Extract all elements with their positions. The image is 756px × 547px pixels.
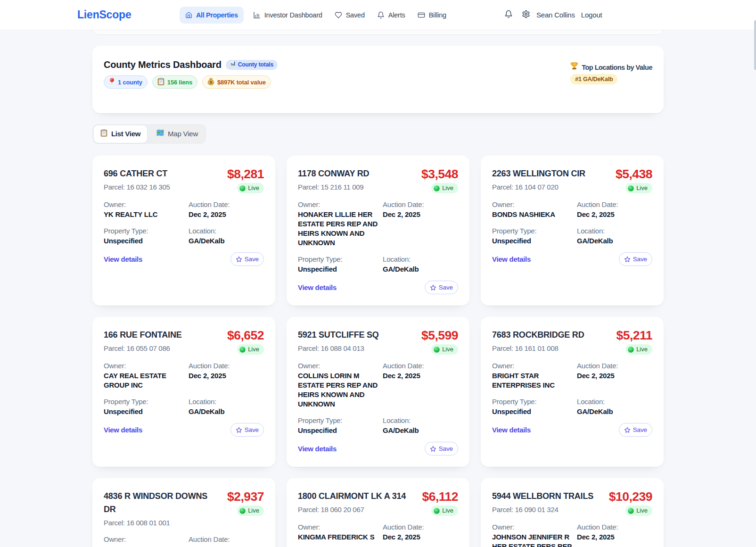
property-parcel: Parcel: 18 060 20 067 <box>298 505 418 515</box>
clipboard-emoji-icon <box>157 78 164 87</box>
property-type-label: Property Type: <box>298 254 383 264</box>
clipboard-emoji-icon <box>100 129 107 139</box>
property-parcel: Parcel: 15 216 11 009 <box>298 182 418 192</box>
property-price: $5,599 <box>421 328 458 342</box>
owner-value: BONDS NASHIEKA <box>492 210 577 219</box>
settings-gear-icon[interactable] <box>522 10 530 20</box>
heart-icon <box>335 11 342 19</box>
property-parcel: Parcel: 16 008 01 001 <box>104 518 223 528</box>
location-label: Location: <box>189 397 264 406</box>
money-bag-emoji-icon: $ <box>207 78 214 87</box>
auction-date-value: Dec 2, 2025 <box>383 210 458 219</box>
save-button[interactable]: Save <box>425 442 458 456</box>
property-address: 1800 CLAIRMONT LK A 314 <box>298 489 411 503</box>
owner-label: Owner: <box>298 522 383 532</box>
property-price: $8,281 <box>227 167 264 181</box>
owner-value: JOHNSON JENNIFER R HER ESTATE PERS REP <box>492 532 577 547</box>
status-label: Live <box>248 506 259 515</box>
property-address: 5944 WELLBORN TRAILS <box>492 489 605 503</box>
view-details-link[interactable]: View details <box>298 444 337 454</box>
auction-date-value: Dec 2, 2025 <box>189 545 264 547</box>
owner-label: Owner: <box>104 361 189 371</box>
user-name: Sean Collins <box>536 11 575 19</box>
status-badge: Live <box>431 344 458 355</box>
property-type-label: Property Type: <box>104 226 189 236</box>
save-label: Save <box>245 255 259 264</box>
star-icon <box>624 256 631 263</box>
property-type-label: Property Type: <box>298 415 383 425</box>
property-parcel: Parcel: 16 088 04 013 <box>298 343 418 354</box>
save-button[interactable]: Save <box>230 252 264 266</box>
property-address: 4836 R WINDSOR DOWNS DR <box>104 489 217 516</box>
save-label: Save <box>245 425 259 434</box>
green-dot-icon <box>628 347 634 353</box>
nav-item-label: Alerts <box>388 11 405 19</box>
save-button[interactable]: Save <box>619 252 652 266</box>
status-badge: Live <box>431 506 458 516</box>
property-card: 1800 CLAIRMONT LK A 314 Parcel: 18 060 2… <box>287 478 469 547</box>
auction-date-label: Auction Date: <box>383 361 458 371</box>
svg-text:$: $ <box>210 80 212 84</box>
auction-date-value: Dec 2, 2025 <box>577 371 652 381</box>
nav-item-investor-dashboard[interactable]: Investor Dashboard <box>253 11 322 19</box>
auction-date-label: Auction Date: <box>189 199 264 209</box>
auction-date-value: Dec 2, 2025 <box>577 210 652 219</box>
nav-item-saved[interactable]: Saved <box>335 11 365 19</box>
green-dot-icon <box>628 185 634 191</box>
status-label: Live <box>442 184 453 192</box>
owner-label: Owner: <box>298 199 383 209</box>
star-icon <box>236 427 242 433</box>
owner-label: Owner: <box>104 534 189 544</box>
save-button[interactable]: Save <box>425 281 458 294</box>
logout-button[interactable]: Logout <box>581 11 602 19</box>
status-badge: Live <box>237 183 264 193</box>
credit-card-icon <box>418 11 425 19</box>
brand-logo[interactable]: LienScope <box>77 8 131 21</box>
property-price: $3,548 <box>421 167 458 181</box>
owner-value: BREEDLOVE ROBERT A <box>104 545 189 547</box>
scrollbar-thumb[interactable] <box>754 20 756 70</box>
stat-label: 156 liens <box>167 79 192 86</box>
property-address: 5921 SUTCLIFFE SQ <box>298 328 411 341</box>
status-label: Live <box>248 345 259 354</box>
pushpin-emoji-icon <box>109 78 115 86</box>
nav-item-alerts[interactable]: Alerts <box>377 11 405 19</box>
nav-right-cluster: Sean Collins Logout <box>504 0 602 30</box>
location-label: Location: <box>383 254 458 264</box>
property-card: 1178 CONWAY RD Parcel: 15 216 11 009 $3,… <box>287 156 469 306</box>
view-details-link[interactable]: View details <box>104 425 142 435</box>
save-button[interactable]: Save <box>619 423 652 437</box>
property-type-label: Property Type: <box>492 226 577 236</box>
owner-value: YK REALTY LLC <box>104 210 189 219</box>
property-card: 7683 ROCKBRIDGE RD Parcel: 16 161 01 008… <box>481 317 664 467</box>
view-details-link[interactable]: View details <box>298 283 337 292</box>
auction-date-value: Dec 2, 2025 <box>189 371 264 381</box>
view-details-link[interactable]: View details <box>492 425 531 435</box>
property-price: $10,239 <box>609 489 652 504</box>
owner-label: Owner: <box>492 361 577 371</box>
property-card: 5921 SUTCLIFFE SQ Parcel: 16 088 04 013 … <box>287 317 469 467</box>
green-dot-icon <box>434 185 440 191</box>
property-address: 1178 CONWAY RD <box>298 167 411 180</box>
save-button[interactable]: Save <box>230 423 264 437</box>
owner-label: Owner: <box>298 361 383 371</box>
nav-item-all-properties[interactable]: All Properties <box>180 7 244 24</box>
location-label: Location: <box>383 415 458 425</box>
map-emoji-icon <box>156 129 164 139</box>
notifications-bell-icon[interactable] <box>504 10 513 20</box>
property-price: $5,438 <box>616 167 652 181</box>
top-locations-panel: Top Locations by Value #1 GA/DeKalb <box>570 62 652 84</box>
star-icon <box>430 446 436 452</box>
owner-label: Owner: <box>492 199 577 209</box>
owner-value: KINGMA FREDERICK S <box>298 532 383 542</box>
nav-item-billing[interactable]: Billing <box>418 11 446 19</box>
owner-value: BRIGHT STAR ENTERPRISES INC <box>492 371 577 390</box>
view-details-link[interactable]: View details <box>492 255 531 264</box>
nav-item-label: Saved <box>346 11 365 19</box>
auction-date-value: Dec 2, 2025 <box>577 532 652 542</box>
bar-chart-icon <box>253 11 261 19</box>
view-details-link[interactable]: View details <box>104 255 142 264</box>
tab-list-view[interactable]: List View <box>94 125 147 143</box>
county-metrics-card: County Metrics Dashboard County totals 1… <box>92 46 664 113</box>
tab-map-view[interactable]: Map View <box>150 125 205 142</box>
